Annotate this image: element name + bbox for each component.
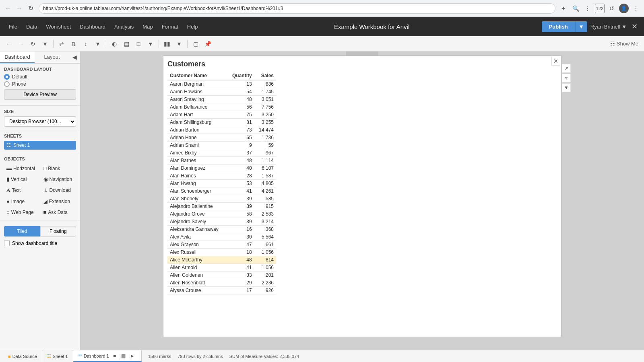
menu-file[interactable]: File: [5, 22, 21, 31]
close-button[interactable]: ✕: [630, 21, 639, 33]
object-webpage[interactable]: ○ Web Page: [4, 208, 39, 217]
table-row[interactable]: Aaron Hawkins 54 1,745: [167, 88, 276, 96]
size-dropdown[interactable]: ▼: [145, 38, 156, 49]
object-navigation[interactable]: ◉ Navigation: [41, 175, 76, 184]
label-button[interactable]: ▤: [121, 38, 132, 49]
sheet-handle[interactable]: [346, 51, 378, 56]
table-row[interactable]: Alan Shonely 39 585: [167, 195, 276, 203]
object-horizontal[interactable]: ▬ Horizontal: [4, 164, 39, 173]
sheet-expand-button[interactable]: ↗: [562, 64, 571, 73]
tab-grid-button[interactable]: ▤: [120, 352, 128, 360]
menu-help[interactable]: Help: [183, 22, 202, 31]
show-me-button[interactable]: ☷ Show Me: [608, 39, 641, 48]
table-row[interactable]: Alan Schoenberger 41 4,261: [167, 187, 276, 195]
tab-layout[interactable]: Layout: [35, 51, 69, 63]
size-button[interactable]: □: [133, 38, 144, 49]
tooltip-button[interactable]: ▢: [190, 38, 201, 49]
dropdown-button[interactable]: ▼: [39, 38, 51, 49]
status-tab-sheet1[interactable]: ☷ Sheet 1: [42, 350, 73, 362]
object-blank[interactable]: □ Blank: [41, 164, 76, 173]
table-row[interactable]: Alejandro Savely 39 3,214: [167, 218, 276, 226]
table-row[interactable]: Adrian Barton 73 14,474: [167, 126, 276, 134]
table-row[interactable]: Adrian Shami 9 59: [167, 142, 276, 149]
profile-icon[interactable]: 👤: [619, 4, 629, 13]
table-row[interactable]: Adrian Hane 65 1,736: [167, 134, 276, 142]
sheet-item-1[interactable]: ☷ Sheet 1: [4, 141, 76, 150]
object-text[interactable]: A Text: [4, 185, 39, 195]
object-vertical[interactable]: ▮ Vertical: [4, 175, 39, 184]
layout-option-default[interactable]: Default: [4, 74, 76, 80]
tab-groups-button[interactable]: 122: [595, 4, 605, 13]
menu-analysis[interactable]: Analysis: [110, 22, 138, 31]
table-row[interactable]: Alan Dominguez 40 6,107: [167, 165, 276, 172]
object-extension[interactable]: ◢ Extension: [41, 197, 76, 206]
layout-option-phone[interactable]: Phone: [4, 81, 76, 87]
user-name[interactable]: Ryan Britnell ▼: [590, 24, 627, 30]
table-row[interactable]: Aleksandra Gannaway 16 368: [167, 226, 276, 233]
table-row[interactable]: Alan Barnes 48 1,114: [167, 157, 276, 165]
table-row[interactable]: Alan Hwang 53 4,805: [167, 180, 276, 187]
sheet-filter-button[interactable]: ▿: [562, 74, 571, 82]
status-tab-dashboard1[interactable]: ☷ Dashboard 1 ■ ▤ ►: [73, 350, 142, 362]
table-row[interactable]: Alejandro Ballentine 39 915: [167, 203, 276, 210]
table-row[interactable]: Adam Hart 75 3,250: [167, 111, 276, 119]
table-row[interactable]: Alex Russell 18 1,056: [167, 249, 276, 256]
history-button[interactable]: ↺: [607, 4, 617, 13]
table-row[interactable]: Allen Armold 41 1,056: [167, 264, 276, 272]
tiled-button[interactable]: Tiled: [4, 226, 40, 237]
zoom-button[interactable]: 🔍: [571, 4, 580, 13]
bar-button[interactable]: ▮▮: [161, 38, 173, 49]
reload-button[interactable]: ↻: [27, 38, 39, 49]
extensions-button[interactable]: ✦: [559, 4, 568, 13]
object-image[interactable]: ● Image: [4, 197, 39, 206]
sort-btn2[interactable]: ↕: [80, 38, 91, 49]
table-row[interactable]: Alyssa Crouse 17 926: [167, 287, 276, 294]
refresh-button[interactable]: ↻: [26, 4, 35, 13]
sort-dropdown[interactable]: ▼: [92, 38, 103, 49]
show-title-checkbox[interactable]: [4, 241, 10, 246]
menu-dashboard[interactable]: Dashboard: [76, 22, 109, 31]
status-tab-datasource[interactable]: ■ Data Source: [3, 350, 42, 362]
settings-button[interactable]: ⋮: [583, 4, 592, 13]
floating-button[interactable]: Floating: [40, 226, 76, 237]
object-download[interactable]: ⇓ Download: [41, 185, 76, 195]
table-row[interactable]: Aimee Bixby 37 967: [167, 149, 276, 157]
table-row[interactable]: Alex Grayson 47 661: [167, 241, 276, 249]
sort-asc-button[interactable]: ⇅: [68, 38, 79, 49]
table-row[interactable]: Allen Rosenblatt 29 2,236: [167, 279, 276, 287]
undo-button[interactable]: ←: [3, 38, 14, 49]
back-button[interactable]: ←: [3, 4, 13, 13]
table-row[interactable]: Alan Haines 28 1,587: [167, 172, 276, 180]
forward-button[interactable]: →: [14, 4, 24, 13]
bar-dropdown[interactable]: ▼: [173, 38, 185, 49]
address-bar[interactable]: https://prod-uk-a.online.tableau.com/t/a…: [39, 3, 555, 14]
tab-new-button[interactable]: ■: [111, 352, 119, 360]
publish-dropdown-button[interactable]: ▼: [575, 21, 587, 32]
more-button[interactable]: ⋮: [631, 4, 641, 13]
swap-button[interactable]: ⇄: [56, 38, 67, 49]
table-row[interactable]: Aaron Smayling 48 3,051: [167, 96, 276, 103]
tab-dashboard[interactable]: Dashboard: [0, 51, 35, 63]
redo-button[interactable]: →: [15, 38, 27, 49]
group-button[interactable]: ◐: [109, 38, 120, 49]
table-row[interactable]: Aaron Bergman 13 886: [167, 80, 276, 88]
panel-collapse-button[interactable]: ◀: [69, 51, 80, 63]
table-row[interactable]: Allen Goldenen 33 201: [167, 272, 276, 279]
pin-button[interactable]: 📌: [202, 38, 213, 49]
menu-format[interactable]: Format: [158, 22, 182, 31]
table-row[interactable]: Alice McCarthy 48 814: [167, 256, 276, 264]
sheet-close-button[interactable]: ✕: [551, 57, 560, 66]
table-row[interactable]: Alejandro Grove 58 2,583: [167, 210, 276, 218]
table-row[interactable]: Alex Avila 30 5,564: [167, 233, 276, 241]
menu-worksheet[interactable]: Worksheet: [42, 22, 75, 31]
table-row[interactable]: Adam Shillingsburg 81 3,255: [167, 119, 276, 126]
tab-options-button[interactable]: ►: [128, 352, 136, 360]
device-preview-button[interactable]: Device Preview: [4, 89, 76, 100]
menu-data[interactable]: Data: [22, 22, 41, 31]
menu-map[interactable]: Map: [138, 22, 157, 31]
table-row[interactable]: Adam Bellavance 56 7,756: [167, 103, 276, 111]
object-askdata[interactable]: ■ Ask Data: [41, 208, 76, 217]
publish-button[interactable]: Publish: [542, 21, 575, 32]
sheet-scroll-button[interactable]: ▼: [562, 83, 571, 92]
size-dropdown[interactable]: Desktop Browser (100...: [4, 116, 76, 127]
